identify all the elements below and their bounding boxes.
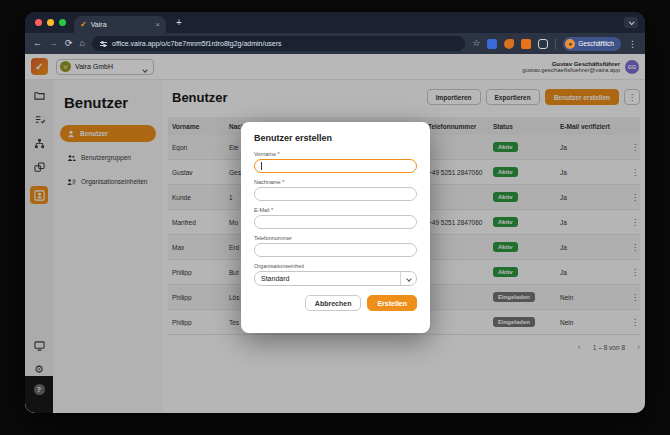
new-tab-button[interactable]: + <box>176 17 182 28</box>
tab-search-chevron-icon[interactable] <box>624 17 638 28</box>
email-field[interactable] <box>254 215 417 229</box>
select-value: Standard <box>255 275 289 282</box>
toolbar-divider <box>555 38 556 50</box>
home-icon[interactable]: ⌂ <box>80 39 85 48</box>
favicon-check-icon: ✓ <box>80 20 87 29</box>
tab-close-icon[interactable]: × <box>155 20 160 29</box>
browser-toolbar: ← → ⟳ ⌂ office.vaira.app/o/c7be7mnm5f1rd… <box>25 33 645 54</box>
extension-icon-3[interactable] <box>521 39 531 49</box>
organisationseinheit-label: Organisationseinheit <box>254 263 417 269</box>
tab-strip: ✓ Vaira × + <box>25 12 645 33</box>
vorname-field[interactable] <box>254 159 417 173</box>
text-caret <box>261 162 262 170</box>
extension-icon-2[interactable] <box>504 39 514 49</box>
create-user-modal: Benutzer erstellen Vorname * Nachname * … <box>241 122 430 333</box>
telefonnummer-field[interactable] <box>254 243 417 257</box>
modal-title: Benutzer erstellen <box>254 133 417 143</box>
tab-title: Vaira <box>91 21 107 28</box>
close-window-button[interactable] <box>35 19 42 26</box>
submit-button[interactable]: Erstellen <box>367 295 417 311</box>
organisationseinheit-select[interactable]: Standard <box>254 271 417 286</box>
extensions-puzzle-icon[interactable] <box>538 39 548 49</box>
maximize-window-button[interactable] <box>59 19 66 26</box>
url-bar[interactable]: office.vaira.app/o/c7be7mnm5f1rdro8tg2g/… <box>92 36 465 51</box>
nachname-field[interactable] <box>254 187 417 201</box>
telefonnummer-label: Telefonnummer <box>254 235 417 241</box>
window-controls <box>25 12 74 33</box>
browser-menu-icon[interactable]: ⋮ <box>628 39 637 49</box>
site-info-icon[interactable] <box>100 42 107 46</box>
browser-window: ✓ Vaira × + ← → ⟳ ⌂ office.vaira.app/o/c… <box>25 12 645 413</box>
bookmark-star-icon[interactable]: ☆ <box>472 39 480 48</box>
cancel-button[interactable]: Abbrechen <box>305 295 362 311</box>
extension-icon-1[interactable] <box>487 39 497 49</box>
chevron-down-icon <box>400 272 416 285</box>
browser-profile-chip[interactable]: ● Geschäftlich <box>563 37 621 51</box>
browser-tab[interactable]: ✓ Vaira × <box>74 16 166 33</box>
vorname-label: Vorname * <box>254 151 417 157</box>
nachname-label: Nachname * <box>254 179 417 185</box>
email-label: E-Mail * <box>254 207 417 213</box>
profile-label: Geschäftlich <box>578 40 614 47</box>
minimize-window-button[interactable] <box>47 19 54 26</box>
reload-icon[interactable]: ⟳ <box>65 39 73 48</box>
profile-avatar: ● <box>565 39 575 49</box>
forward-icon[interactable]: → <box>49 39 58 48</box>
back-icon[interactable]: ← <box>33 39 42 48</box>
url-text: office.vaira.app/o/c7be7mnm5f1rdro8tg2g/… <box>112 40 282 47</box>
